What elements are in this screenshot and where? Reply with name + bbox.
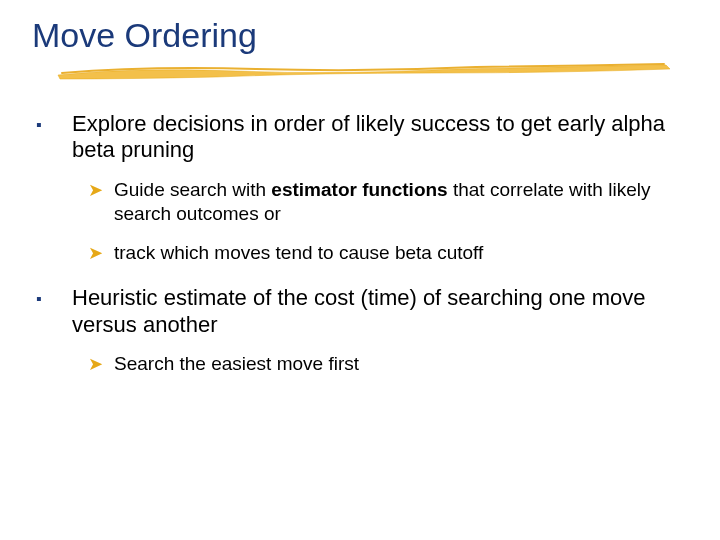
sub-bullet-text: Guide search with estimator functions th… <box>114 178 696 226</box>
sub-bullet-item: ➤ Guide search with estimator functions … <box>88 178 696 226</box>
sub-bullet-item: ➤ Search the easiest move first <box>88 352 696 376</box>
arrow-bullet-icon: ➤ <box>88 178 114 202</box>
sub-bullet-list: ➤ Search the easiest move first <box>36 352 696 376</box>
sub-bullet-item: ➤ track which moves tend to cause beta c… <box>88 241 696 265</box>
arrow-bullet-icon: ➤ <box>88 241 114 265</box>
arrow-bullet-icon: ➤ <box>88 352 114 376</box>
sub-bullet-text: Search the easiest move first <box>114 352 359 376</box>
slide-title: Move Ordering <box>32 16 696 55</box>
sub-bullet-text: track which moves tend to cause beta cut… <box>114 241 483 265</box>
bullet-text: Explore decisions in order of likely suc… <box>72 111 696 164</box>
sub-bullet-list: ➤ Guide search with estimator functions … <box>36 178 696 266</box>
square-bullet-icon: ▪ <box>36 285 72 313</box>
square-bullet-icon: ▪ <box>36 111 72 139</box>
bullet-text: Heuristic estimate of the cost (time) of… <box>72 285 696 338</box>
bullet-item: ▪ Heuristic estimate of the cost (time) … <box>36 285 696 338</box>
bullet-item: ▪ Explore decisions in order of likely s… <box>36 111 696 164</box>
brush-underline-graphic <box>56 61 696 83</box>
bullet-list: ▪ Explore decisions in order of likely s… <box>36 111 696 376</box>
